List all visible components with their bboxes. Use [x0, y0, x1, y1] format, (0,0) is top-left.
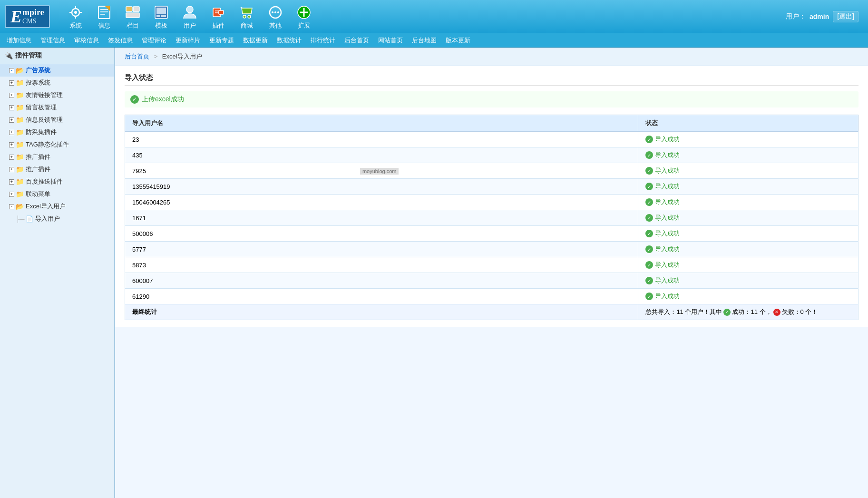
- sidebar-item-baidu[interactable]: +📁百度推送插件: [0, 176, 114, 188]
- sidebar-item-tuiguang2[interactable]: +📁推广插件: [0, 163, 114, 176]
- nav-icon-qita: [267, 4, 284, 21]
- sidebar-item-tag[interactable]: +📁TAG静态化插件: [0, 138, 114, 151]
- subnav-item-版本更新[interactable]: 版本更新: [441, 35, 475, 46]
- status-cell-7: ✓ 导入成功: [638, 242, 858, 257]
- nav-item-yonghu[interactable]: 用户: [176, 2, 204, 32]
- row-status-text-6: 导入成功: [655, 229, 680, 238]
- nav-icon-kuozhan: [295, 4, 312, 21]
- row-success-icon-0: ✓: [645, 136, 653, 143]
- sidebar-item-liandong[interactable]: +📁联动菜单: [0, 188, 114, 200]
- sidebar-label-liuyan: 留言板管理: [26, 103, 57, 112]
- expand-icon-baidu: +: [9, 179, 14, 185]
- status-cell-5: ✓ 导入成功: [638, 210, 858, 226]
- svg-rect-20: [219, 10, 224, 14]
- sidebar-label-excel: Excel导入用户: [26, 202, 66, 211]
- nav-label-xinxi: 信息: [98, 21, 110, 30]
- sidebar-item-tuiguang1[interactable]: +📁推广插件: [0, 151, 114, 163]
- sidebar-item-youqing[interactable]: +📁友情链接管理: [0, 89, 114, 101]
- logout-button[interactable]: [退出]: [833, 11, 858, 22]
- row-success-icon-6: ✓: [645, 230, 653, 237]
- folder-icon-guanggao: 📂: [16, 67, 24, 74]
- subnav-item-后台首页[interactable]: 后台首页: [340, 35, 373, 46]
- nav-item-xinxi[interactable]: 信息: [90, 2, 118, 32]
- sidebar-label-fangcai: 防采集插件: [26, 128, 57, 137]
- folder-icon-tag: 📁: [16, 141, 24, 148]
- sidebar-item-excel[interactable]: -📂Excel导入用户: [0, 200, 114, 213]
- subnav-item-更新碎片[interactable]: 更新碎片: [171, 35, 205, 46]
- summary-fail-icon: ✕: [773, 309, 780, 316]
- row-success-icon-10: ✓: [645, 293, 653, 300]
- nav-label-chajian: 插件: [212, 21, 224, 30]
- status-cell-0: ✓ 导入成功: [638, 132, 858, 147]
- nav-item-landao[interactable]: 栏目: [119, 2, 146, 32]
- table-row: 435 ✓ 导入成功: [125, 147, 858, 163]
- row-status-text-0: 导入成功: [655, 135, 680, 144]
- nav-item-chajian[interactable]: 插件: [205, 2, 232, 32]
- sidebar-label-guanggao: 广告系统: [26, 66, 50, 75]
- username-cell-5: 1671: [125, 210, 638, 226]
- subnav-item-网站首页[interactable]: 网站首页: [374, 35, 407, 46]
- row-success-icon-5: ✓: [645, 214, 653, 222]
- row-success-icon-7: ✓: [645, 245, 653, 253]
- username-cell-1: 435: [125, 147, 638, 163]
- username-cell: 7925: [132, 167, 146, 175]
- nav-label-kuozhan: 扩展: [298, 21, 310, 30]
- sidebar-label-youqing: 友情链接管理: [26, 91, 63, 99]
- subnav-item-排行统计[interactable]: 排行统计: [306, 35, 340, 46]
- sidebar-item-guanggao[interactable]: -📂广告系统: [0, 64, 114, 77]
- nav-item-shangcheng[interactable]: 商城: [233, 2, 261, 32]
- user-label: 用户：: [786, 12, 806, 21]
- expand-icon-tuiguang2: +: [9, 167, 14, 172]
- subnav-item-增加信息[interactable]: 增加信息: [2, 35, 36, 46]
- row-success-icon-2: ✓: [645, 167, 653, 175]
- sidebar-item-toupiao[interactable]: +📁投票系统: [0, 77, 114, 89]
- row-status-text-5: 导入成功: [655, 214, 680, 222]
- nav-label-shangcheng: 商城: [241, 21, 253, 30]
- nav-item-xitong[interactable]: 系统: [62, 2, 89, 32]
- nav-item-qita[interactable]: 其他: [262, 2, 289, 32]
- success-icon: ✓: [130, 95, 139, 104]
- subnav-item-数据更新[interactable]: 数据更新: [239, 35, 272, 46]
- user-section: 用户： admin [退出]: [786, 11, 858, 22]
- row-status-text-10: 导入成功: [655, 292, 680, 301]
- sidebar-item-xinxifankui[interactable]: +📁信息反馈管理: [0, 114, 114, 126]
- username-cell-7: 5777: [125, 242, 638, 257]
- breadcrumb-home[interactable]: 后台首页: [125, 53, 149, 60]
- summary-fail-text: 失败：0 个！: [782, 308, 818, 316]
- username-cell-6: 500006: [125, 226, 638, 242]
- folder-icon-liuyan: 📁: [16, 104, 24, 111]
- svg-rect-12: [126, 13, 139, 18]
- sidebar-item-daoruyonghu[interactable]: ├─📄导入用户: [0, 213, 114, 225]
- sidebar: 🔌 插件管理 -📂广告系统+📁投票系统+📁友情链接管理+📁留言板管理+📁信息反馈…: [0, 48, 115, 498]
- expand-icon-excel: -: [9, 204, 14, 209]
- sidebar-item-liuyan[interactable]: +📁留言板管理: [0, 101, 114, 114]
- breadcrumb-sep: >: [154, 53, 158, 60]
- logo-e: E: [10, 8, 22, 25]
- username-cell-0: 23: [125, 132, 638, 147]
- sidebar-item-fangcai[interactable]: +📁防采集插件: [0, 126, 114, 138]
- row-status-text-4: 导入成功: [655, 198, 680, 206]
- svg-point-29: [277, 11, 279, 13]
- status-cell-1: ✓ 导入成功: [638, 147, 858, 163]
- content-area: 后台首页 > Excel导入用户 导入状态 ✓ 上传excel成功 导入用户名 …: [115, 48, 868, 498]
- subnav-item-更新专题[interactable]: 更新专题: [205, 35, 238, 46]
- subnav-item-签发信息[interactable]: 签发信息: [104, 35, 137, 46]
- subnav-item-审核信息[interactable]: 审核信息: [70, 35, 103, 46]
- nav-item-kuozhan[interactable]: 扩展: [290, 2, 318, 32]
- table-row: 500006 ✓ 导入成功: [125, 226, 858, 242]
- status-cell-8: ✓ 导入成功: [638, 257, 858, 273]
- subnav-item-管理信息[interactable]: 管理信息: [36, 35, 69, 46]
- import-table: 导入用户名 状态 23 ✓ 导入成功 435 ✓ 导入成功 7925moyubl…: [125, 115, 858, 320]
- row-status-text-9: 导入成功: [655, 276, 680, 285]
- sidebar-label-tag: TAG静态化插件: [26, 140, 69, 149]
- col-username: 导入用户名: [125, 115, 638, 132]
- expand-icon-fangcai: +: [9, 130, 14, 135]
- folder-icon-xinxifankui: 📁: [16, 116, 24, 124]
- subnav-item-数据统计[interactable]: 数据统计: [273, 35, 306, 46]
- nav-icon-shangcheng: [238, 4, 255, 21]
- subnav-item-后台地图[interactable]: 后台地图: [408, 35, 441, 46]
- table-row: 5873 ✓ 导入成功: [125, 257, 858, 273]
- subnav-item-管理评论[interactable]: 管理评论: [137, 35, 171, 46]
- nav-item-moban[interactable]: 模板: [147, 2, 175, 32]
- folder-icon-liandong: 📁: [16, 190, 24, 198]
